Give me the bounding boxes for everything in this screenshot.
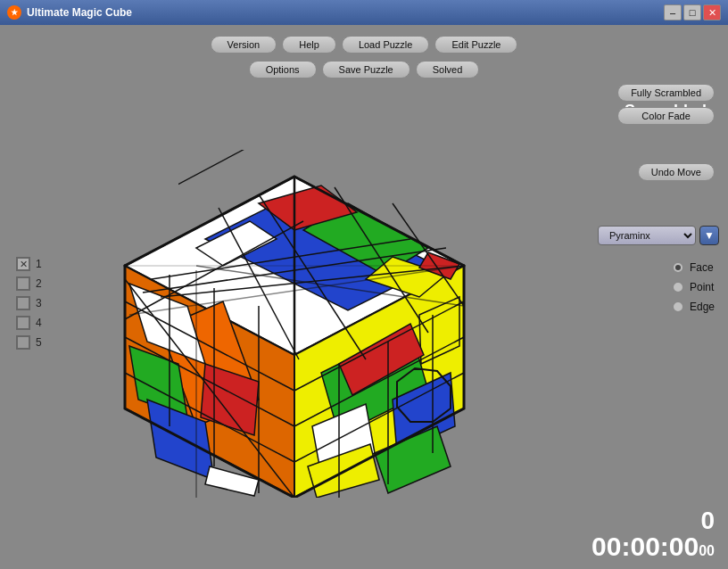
layer-5-checkbox[interactable]	[16, 335, 30, 350]
cube-svg[interactable]	[80, 150, 509, 498]
cube-display[interactable]	[80, 150, 509, 498]
edge-radio-item[interactable]: Edge	[672, 301, 715, 313]
app-title: Ultimate Magic Cube	[27, 6, 658, 19]
layer-1-checkbox[interactable]: ✕	[16, 257, 30, 271]
close-button[interactable]: ✕	[703, 4, 721, 21]
window-controls: – □ ✕	[664, 4, 721, 21]
point-radio[interactable]	[672, 281, 684, 293]
puzzle-select[interactable]: Pyraminx	[598, 226, 696, 245]
layer-4-num: 4	[36, 317, 42, 329]
layers-panel: ✕ 1 2 3 4 5	[16, 257, 42, 350]
point-radio-item[interactable]: Point	[672, 281, 715, 293]
options-button[interactable]: Options	[249, 61, 317, 78]
edit-puzzle-button[interactable]: Edit Puzzle	[434, 36, 517, 54]
right-panel-buttons: Fully Scrambled Color Fade	[617, 84, 715, 125]
main-area: Version Help Load Puzzle Edit Puzzle Opt…	[0, 25, 728, 569]
minimize-button[interactable]: –	[664, 4, 682, 21]
layer-item-2: 2	[16, 276, 42, 291]
layer-item-1: ✕ 1	[16, 257, 42, 271]
face-label: Face	[690, 261, 714, 274]
face-radio[interactable]	[672, 261, 684, 274]
layer-item-4: 4	[16, 316, 42, 330]
layer-2-num: 2	[36, 277, 42, 290]
toolbar-row1: Version Help Load Puzzle Edit Puzzle	[0, 36, 728, 54]
timer-display: 00:00:00	[592, 533, 699, 560]
svg-line-22	[178, 150, 393, 185]
timer-subseconds: 00	[699, 543, 715, 559]
layer-4-checkbox[interactable]	[16, 316, 30, 330]
layer-item-5: 5	[16, 335, 42, 350]
version-button[interactable]: Version	[211, 36, 277, 54]
move-count: 0	[592, 508, 715, 533]
edge-label: Edge	[690, 301, 715, 313]
undo-move-button[interactable]: Undo Move	[638, 163, 715, 181]
radio-area: Face Point Edge	[672, 261, 715, 313]
load-puzzle-button[interactable]: Load Puzzle	[342, 36, 430, 54]
app-icon: ★	[7, 5, 21, 20]
layer-item-3: 3	[16, 296, 42, 310]
counter-area: 0 00:00:00 00	[592, 508, 715, 560]
fully-scrambled-button[interactable]: Fully Scrambled	[617, 84, 715, 102]
titlebar: ★ Ultimate Magic Cube – □ ✕	[0, 0, 728, 25]
layer-2-checkbox[interactable]	[16, 276, 30, 291]
point-label: Point	[690, 281, 714, 293]
color-fade-button[interactable]: Color Fade	[617, 107, 715, 125]
dropdown-arrow-button[interactable]: ▼	[699, 226, 719, 245]
undo-area: Undo Move	[638, 163, 715, 181]
edge-radio[interactable]	[672, 301, 684, 313]
toolbar-row2: Options Save Puzzle Solved	[0, 61, 728, 78]
layer-3-checkbox[interactable]	[16, 296, 30, 310]
help-button[interactable]: Help	[282, 36, 336, 54]
solved-button[interactable]: Solved	[416, 61, 480, 78]
layer-3-num: 3	[36, 297, 42, 309]
puzzle-dropdown-area: Pyraminx ▼	[598, 226, 719, 245]
layer-5-num: 5	[36, 336, 42, 349]
face-radio-item[interactable]: Face	[672, 261, 715, 274]
maximize-button[interactable]: □	[683, 4, 701, 21]
save-puzzle-button[interactable]: Save Puzzle	[322, 61, 410, 78]
layer-1-num: 1	[36, 258, 42, 270]
